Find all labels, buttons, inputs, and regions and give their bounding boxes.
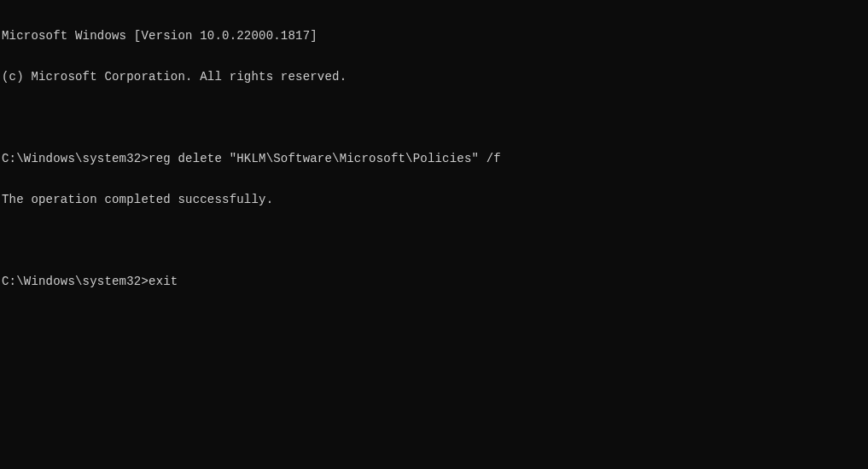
prompt-1: C:\Windows\system32> [2,152,149,165]
banner-line-2: (c) Microsoft Corporation. All rights re… [2,70,868,84]
command-line-2: C:\Windows\system32>exit [2,275,868,288]
command-2: exit [149,275,178,288]
command-1: reg delete "HKLM\Software\Microsoft\Poli… [149,152,501,165]
blank-line [2,234,868,247]
command-line-1: C:\Windows\system32>reg delete "HKLM\Sof… [2,152,868,165]
prompt-2: C:\Windows\system32> [2,275,149,288]
banner-line-1: Microsoft Windows [Version 10.0.22000.18… [2,29,868,43]
command-prompt-terminal[interactable]: Microsoft Windows [Version 10.0.22000.18… [0,0,868,469]
result-1: The operation completed successfully. [2,193,868,206]
blank-line [2,111,868,124]
